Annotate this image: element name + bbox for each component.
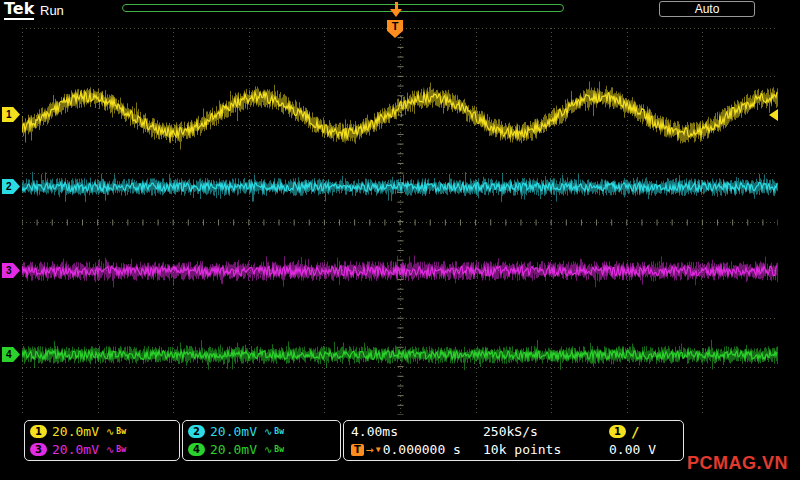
arrow-down-icon: ▼ xyxy=(376,445,381,454)
oscilloscope-screen: Tek Run Auto T 1 2 3 4 1 20.0mV ∿ Bw 3 xyxy=(0,0,800,480)
ch4-position-marker: 4 xyxy=(2,347,20,362)
ch1-readout: 1 20.0mV ∿ Bw xyxy=(30,423,174,440)
trigger-source-readout: 1 / xyxy=(609,423,676,440)
arrow-head xyxy=(390,9,402,17)
trigger-position-value: 0.000000 s xyxy=(383,442,461,457)
ac-coupling-icon: ∿ xyxy=(106,426,114,437)
trigger-column: 1 / 0.00 V xyxy=(601,423,676,458)
ch1-badge: 1 xyxy=(30,425,47,438)
trigger-level-arrow-icon xyxy=(769,109,778,121)
ch2-position-marker: 2 xyxy=(2,179,20,194)
arrow-right-icon: → xyxy=(366,442,374,457)
ch3-position-marker: 3 xyxy=(2,263,20,278)
ch4-scale: 20.0mV xyxy=(210,442,257,457)
ch4-marker-label: 4 xyxy=(6,349,12,360)
bandwidth-icon: Bw xyxy=(274,427,284,436)
ac-coupling-icon: ∿ xyxy=(264,426,272,437)
ch1-coupling-icons: ∿ Bw xyxy=(106,426,126,437)
ch1-position-marker: 1 xyxy=(2,107,20,122)
ch2-marker-label: 2 xyxy=(6,181,12,192)
ch2-scale: 20.0mV xyxy=(210,424,257,439)
bandwidth-icon: Bw xyxy=(274,445,284,454)
ch3-coupling-icons: ∿ Bw xyxy=(106,444,126,455)
ch4-coupling-icons: ∿ Bw xyxy=(264,444,284,455)
trigger-position-readout: T → ▼ 0.000000 s xyxy=(351,441,483,458)
record-view-bar xyxy=(122,4,564,12)
timebase-column: 4.00ms T → ▼ 0.000000 s xyxy=(351,423,483,458)
bandwidth-icon: Bw xyxy=(116,427,126,436)
bandwidth-icon: Bw xyxy=(116,445,126,454)
ch2-coupling-icons: ∿ Bw xyxy=(264,426,284,437)
waveform-display xyxy=(22,28,778,415)
ch2-badge: 2 xyxy=(188,425,205,438)
arrow-stem xyxy=(395,2,398,9)
acquisition-column: 250kS/s 10k points xyxy=(483,423,601,458)
trigger-position-arrow-icon xyxy=(390,2,402,19)
ch1-scale: 20.0mV xyxy=(52,424,99,439)
tek-logo: Tek xyxy=(4,1,34,20)
ch4-badge: 4 xyxy=(188,443,205,456)
acquisition-status: Run xyxy=(40,3,64,18)
vertical-readout-box-ch1-ch3: 1 20.0mV ∿ Bw 3 20.0mV ∿ Bw xyxy=(24,420,180,461)
ch1-marker-label: 1 xyxy=(6,109,12,120)
ch4-readout: 4 20.0mV ∿ Bw xyxy=(188,441,335,458)
ch3-scale: 20.0mV xyxy=(52,442,99,457)
rising-slope-icon: / xyxy=(631,424,639,440)
trigger-mode-indicator: Auto xyxy=(659,1,755,17)
trigger-level-value: 0.00 V xyxy=(609,441,676,458)
vertical-readout-box-ch2-ch4: 2 20.0mV ∿ Bw 4 20.0mV ∿ Bw xyxy=(182,420,341,461)
ac-coupling-icon: ∿ xyxy=(106,444,114,455)
ch3-badge: 3 xyxy=(30,443,47,456)
timebase-scale: 4.00ms xyxy=(351,423,483,440)
trigger-mode-label: Auto xyxy=(695,2,720,16)
trigger-t-icon: T xyxy=(351,444,364,456)
record-length: 10k points xyxy=(483,441,601,458)
ac-coupling-icon: ∿ xyxy=(264,444,272,455)
sample-rate: 250kS/s xyxy=(483,423,601,440)
ch3-marker-label: 3 xyxy=(6,265,12,276)
pcmag-watermark: PCMAG.VN xyxy=(687,453,788,474)
trigger-source-badge: 1 xyxy=(609,425,626,438)
ch2-readout: 2 20.0mV ∿ Bw xyxy=(188,423,335,440)
horizontal-trigger-readout-box: 4.00ms T → ▼ 0.000000 s 250kS/s 10k poin… xyxy=(343,420,684,461)
ch3-readout: 3 20.0mV ∿ Bw xyxy=(30,441,174,458)
